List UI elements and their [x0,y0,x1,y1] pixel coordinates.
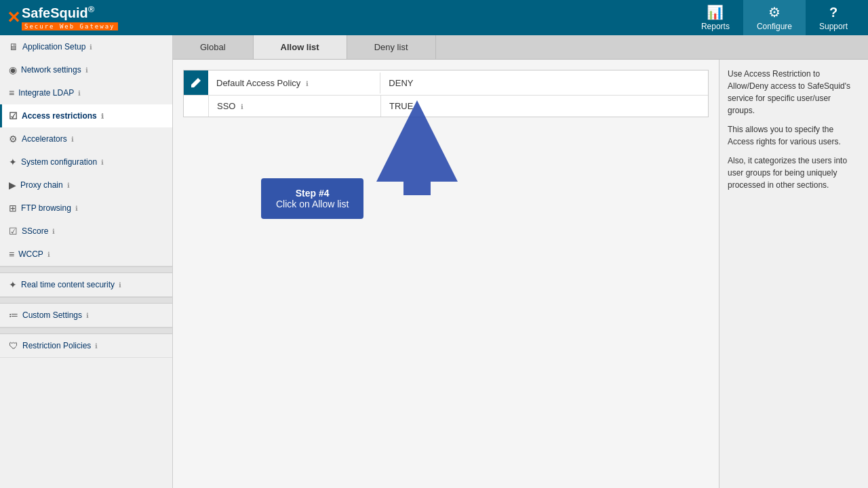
sidebar-separator-1 [0,266,172,273]
sidebar: 🖥 Application Setup ℹ ◉ Network settings… [0,35,173,488]
help-icon-custom-settings: ℹ [86,312,89,319]
proxy-chain-icon: ▶ [9,180,16,190]
right-panel-para-1: Use Access Restriction to Allow/Deny acc… [728,68,860,117]
help-icon-real-time-content-security: ℹ [119,281,121,289]
network-settings-icon: ◉ [9,64,17,75]
sidebar-section-top: 🖥 Application Setup ℹ ◉ Network settings… [0,35,172,266]
logo-block: SafeSquid® Secure Web Gateway [22,5,118,30]
step-box[interactable]: Step #4 Click on Allow list [261,178,363,219]
logo-area: ✕ SafeSquid® Secure Web Gateway [7,5,118,30]
sidebar-label-system-configuration: System configuration [21,157,97,167]
support-label: Support [819,22,848,31]
sidebar-section-restriction: 🛡 Restriction Policies ℹ [0,334,172,358]
configure-button[interactable]: ⚙ Configure [743,0,806,35]
sidebar-item-application-setup[interactable]: 🖥 Application Setup ℹ [0,35,172,58]
policy-row-sso: SSO ℹ TRUE [184,96,708,117]
tab-deny-list[interactable]: Deny list [347,35,436,59]
reports-icon: 📊 [707,4,724,20]
sidebar-label-integrate-ldap: Integrate LDAP [18,88,74,98]
edit-button-default-access[interactable] [184,70,208,95]
sidebar-section-bottom: ≔ Custom Settings ℹ [0,304,172,327]
edit-icon [191,77,201,88]
sidebar-label-ftp-browsing: FTP browsing [21,203,71,213]
help-icon-default-access: ℹ [306,80,309,87]
support-button[interactable]: ? Support [806,1,861,35]
help-icon-sscore: ℹ [52,228,55,235]
help-icon-proxy-chain: ℹ [67,182,70,189]
nav-right: 📊 Reports ⚙ Configure ? Support [688,0,861,35]
accelerators-icon: ⚙ [9,134,18,144]
logo-sub: Secure Web Gateway [22,22,118,30]
ftp-browsing-icon: ⊞ [9,203,17,214]
logo-x-icon: ✕ [7,8,20,27]
help-icon-integrate-ldap: ℹ [78,89,81,97]
sidebar-label-custom-settings: Custom Settings [22,310,82,320]
sscore-icon: ☑ [9,226,18,237]
access-restrictions-icon: ☑ [9,110,18,121]
help-icon-network-settings: ℹ [85,66,88,74]
help-icon-wccp: ℹ [47,251,50,258]
help-icon-application-setup: ℹ [90,43,92,51]
right-panel-para-2: This allows you to specify the Access ri… [728,123,860,148]
help-icon-system-configuration: ℹ [101,159,104,166]
sidebar-label-sscore: SScore [22,226,48,236]
main-layout: 🖥 Application Setup ℹ ◉ Network settings… [0,35,868,488]
sidebar-item-access-restrictions[interactable]: ☑ Access restrictions ℹ [0,104,172,127]
help-icon-access-restrictions: ℹ [101,113,104,120]
logo-name: SafeSquid® [22,5,118,20]
configure-icon: ⚙ [768,4,781,20]
support-icon: ? [829,5,837,20]
configure-label: Configure [757,22,792,31]
sidebar-label-real-time-content-security: Real time content security [21,280,115,289]
header: ✕ SafeSquid® Secure Web Gateway 📊 Report… [0,0,868,35]
policy-value-sso: TRUE [381,96,708,117]
sidebar-item-real-time-content-security[interactable]: ✦ Real time content security ℹ [0,273,172,296]
sidebar-item-restriction-policies[interactable]: 🛡 Restriction Policies ℹ [0,334,172,357]
sidebar-label-access-restrictions: Access restrictions [22,111,97,121]
tab-allow-list[interactable]: Allow list [254,35,347,59]
sidebar-item-proxy-chain[interactable]: ▶ Proxy chain ℹ [0,174,172,197]
sidebar-label-accelerators: Accelerators [22,134,67,144]
sidebar-separator-3 [0,327,172,334]
help-icon-ftp-browsing: ℹ [75,205,78,212]
tab-bar: Global Allow list Deny list [173,35,868,60]
step-box-line1: Step #4 [276,188,349,199]
sidebar-label-wccp: WCCP [18,249,43,259]
sidebar-section-mid: ✦ Real time content security ℹ [0,273,172,297]
content-area: Global Allow list Deny list [173,35,868,488]
sidebar-separator-2 [0,297,172,304]
help-icon-accelerators: ℹ [71,136,74,143]
policy-label-default-access: Default Access Policy ℹ [208,73,380,94]
sidebar-item-ftp-browsing[interactable]: ⊞ FTP browsing ℹ [0,197,172,220]
right-panel-para-3: Also, it categorizes the users into user… [728,155,860,191]
sidebar-label-restriction-policies: Restriction Policies [22,341,91,350]
reports-button[interactable]: 📊 Reports [688,0,743,35]
sidebar-label-proxy-chain: Proxy chain [20,180,63,190]
sidebar-label-network-settings: Network settings [21,65,81,75]
policy-table: Default Access Policy ℹ DENY SSO ℹ TRUE [183,70,709,117]
wccp-icon: ≡ [9,249,14,260]
right-panel: Use Access Restriction to Allow/Deny acc… [719,60,868,488]
policy-label-sso: SSO ℹ [208,96,381,117]
custom-settings-icon: ≔ [9,310,18,321]
policy-row-default-access: Default Access Policy ℹ DENY [184,70,708,96]
sidebar-item-wccp[interactable]: ≡ WCCP ℹ [0,243,172,266]
help-icon-restriction-policies: ℹ [95,342,98,350]
sidebar-item-sscore[interactable]: ☑ SScore ℹ [0,220,172,243]
center-panel: Default Access Policy ℹ DENY SSO ℹ TRUE [173,60,719,488]
sidebar-item-integrate-ldap[interactable]: ≡ Integrate LDAP ℹ [0,81,172,104]
step-box-line2: Click on Allow list [276,199,349,209]
help-icon-sso: ℹ [241,103,243,110]
main-content: Default Access Policy ℹ DENY SSO ℹ TRUE [173,60,868,488]
sidebar-item-custom-settings[interactable]: ≔ Custom Settings ℹ [0,304,172,327]
system-configuration-icon: ✦ [9,157,17,167]
sidebar-item-accelerators[interactable]: ⚙ Accelerators ℹ [0,127,172,150]
application-setup-icon: 🖥 [9,41,18,52]
integrate-ldap-icon: ≡ [9,87,14,98]
sidebar-label-application-setup: Application Setup [22,42,85,52]
tab-global[interactable]: Global [173,35,254,59]
sidebar-item-system-configuration[interactable]: ✦ System configuration ℹ [0,150,172,174]
sidebar-item-network-settings[interactable]: ◉ Network settings ℹ [0,58,172,81]
real-time-content-security-icon: ✦ [9,279,17,290]
restriction-policies-icon: 🛡 [9,340,18,351]
